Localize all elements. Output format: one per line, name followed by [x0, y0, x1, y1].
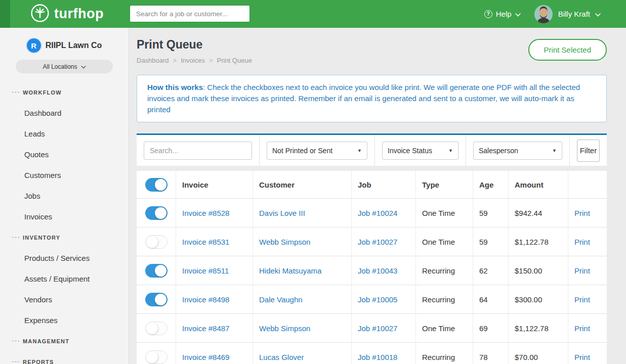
print-link[interactable]: Print [574, 353, 590, 361]
row-select-toggle[interactable] [145, 264, 168, 278]
salesperson-select[interactable]: Salesperson ▼ [473, 142, 562, 160]
section-label: WORKFLOW [23, 89, 62, 96]
locations-selector[interactable]: All Locations [16, 60, 113, 73]
user-menu[interactable]: Billy Kraft [534, 5, 601, 24]
row-select-toggle[interactable] [145, 206, 168, 220]
filter-button[interactable]: Filter [577, 140, 600, 162]
filter-bar: Not Printed or Sent ▼ Invoice Status ▼ S… [137, 133, 607, 166]
global-search-input[interactable] [130, 5, 250, 22]
chevron-down-icon [515, 10, 521, 18]
job-link[interactable]: Job #10027 [358, 238, 397, 246]
toggle-knob-icon [146, 323, 158, 334]
printed-filter-select[interactable]: Not Printed or Sent ▼ [267, 142, 367, 160]
col-header-actions [568, 171, 607, 199]
table-row: Invoice #8528Davis Love IIIJob #10024One… [137, 199, 607, 228]
breadcrumb-item-dashboard[interactable]: Dashboard [137, 57, 169, 64]
row-select-cell [137, 285, 176, 314]
sidebar-item-jobs[interactable]: Jobs [0, 186, 129, 206]
job-cell: Job #10043 [352, 256, 416, 285]
breadcrumb: Dashboard>Invoices>Print Queue [137, 57, 252, 64]
row-select-toggle[interactable] [145, 293, 168, 306]
sidebar-item-quotes[interactable]: Quotes [0, 144, 129, 165]
toggle-knob-icon [155, 207, 166, 219]
customer-link[interactable]: Dale Vaughn [259, 295, 303, 304]
customer-link[interactable]: Hideki Matsuyama [259, 266, 321, 275]
job-cell: Job #10027 [352, 314, 416, 343]
customer-link[interactable]: Webb Simpson [259, 238, 310, 246]
breadcrumb-item-print-queue[interactable]: Print Queue [217, 57, 252, 64]
col-header-job: Job [352, 171, 416, 199]
type-cell: Recurring [416, 285, 473, 314]
toggle-knob-icon [155, 179, 166, 191]
section-label: MANAGEMENT [23, 338, 69, 344]
invoice-link[interactable]: Invoice #8487 [182, 324, 229, 333]
invoice-link[interactable]: Invoice #8469 [182, 353, 229, 361]
invoice-link[interactable]: Invoice #8498 [182, 295, 229, 304]
section-label: REPORTS [23, 359, 54, 364]
customer-cell: Dale Vaughn [253, 285, 352, 314]
page-title: Print Queue [137, 38, 252, 52]
amount-cell: $1,122.78 [509, 228, 568, 256]
type-cell: Recurring [416, 343, 473, 364]
amount-cell: $942.44 [509, 199, 568, 228]
job-cell: Job #10018 [352, 343, 416, 364]
invoice-link[interactable]: Invoice #8528 [182, 209, 229, 217]
print-link[interactable]: Print [574, 266, 590, 275]
job-link[interactable]: Job #10024 [358, 209, 397, 217]
job-link[interactable]: Job #10005 [358, 295, 397, 304]
print-link[interactable]: Print [574, 324, 590, 333]
print-link[interactable]: Print [574, 209, 590, 217]
breadcrumb-item-invoices[interactable]: Invoices [181, 57, 205, 64]
sidebar-item-customers[interactable]: Customers [0, 165, 129, 186]
age-cell: 78 [473, 343, 509, 364]
job-link[interactable]: Job #10027 [358, 324, 397, 333]
select-all-toggle[interactable] [145, 178, 168, 192]
type-cell: Recurring [416, 256, 473, 285]
row-select-cell [137, 256, 176, 285]
table-search-input[interactable] [144, 142, 252, 160]
job-link[interactable]: Job #10043 [358, 266, 397, 275]
user-avatar [534, 5, 553, 24]
table-row: Invoice #8469Lucas GloverJob #10018Recur… [137, 343, 607, 364]
row-select-toggle[interactable] [145, 322, 168, 335]
filter-search-group [137, 135, 260, 166]
brand[interactable]: turfhop [30, 4, 104, 25]
sidebar-item-dashboard[interactable]: Dashboard [0, 103, 129, 123]
customer-link[interactable]: Davis Love III [259, 209, 305, 217]
job-link[interactable]: Job #10018 [358, 353, 397, 361]
toggle-knob-icon [146, 236, 158, 248]
print-link[interactable]: Print [574, 295, 590, 304]
job-cell: Job #10024 [352, 199, 416, 228]
sidebar-item-expenses[interactable]: Expenses [0, 310, 129, 331]
sidebar-item-leads[interactable]: Leads [0, 123, 129, 144]
col-header-invoice: Invoice [176, 171, 253, 199]
actions-cell: Print [568, 256, 607, 285]
amount-cell: $300.00 [509, 285, 568, 314]
section-label: INVENTORY [23, 235, 60, 241]
row-select-toggle[interactable] [145, 235, 168, 249]
print-link[interactable]: Print [574, 238, 590, 246]
sidebar-item-products-services[interactable]: Products / Services [0, 248, 129, 268]
invoice-status-select[interactable]: Invoice Status ▼ [382, 142, 458, 160]
invoice-link[interactable]: Invoice #8511 [182, 266, 229, 275]
invoice-cell: Invoice #8511 [176, 256, 253, 285]
section-dash-icon [12, 361, 19, 362]
sidebar-item-invoices[interactable]: Invoices [0, 206, 129, 227]
breadcrumb-separator: > [173, 57, 177, 64]
select-all-cell [137, 171, 176, 199]
print-selected-button[interactable]: Print Selected [528, 39, 607, 61]
row-select-toggle[interactable] [145, 350, 168, 364]
sidebar-item-assets-equipment[interactable]: Assets / Equipment [0, 268, 129, 289]
invoice-link[interactable]: Invoice #8531 [182, 238, 229, 246]
company-badge: R [27, 38, 41, 53]
invoice-cell: Invoice #8498 [176, 285, 253, 314]
company-header[interactable]: R RIIPL Lawn Co [0, 28, 129, 53]
actions-cell: Print [568, 314, 607, 343]
customer-link[interactable]: Webb Simpson [259, 324, 310, 333]
table-row: Invoice #8531Webb SimpsonJob #10027One T… [137, 228, 607, 256]
help-menu[interactable]: Help [484, 10, 521, 18]
customer-link[interactable]: Lucas Glover [259, 353, 304, 361]
sidebar-item-vendors[interactable]: Vendors [0, 289, 129, 310]
invoice-cell: Invoice #8531 [176, 228, 253, 256]
toggle-knob-icon [155, 294, 166, 305]
